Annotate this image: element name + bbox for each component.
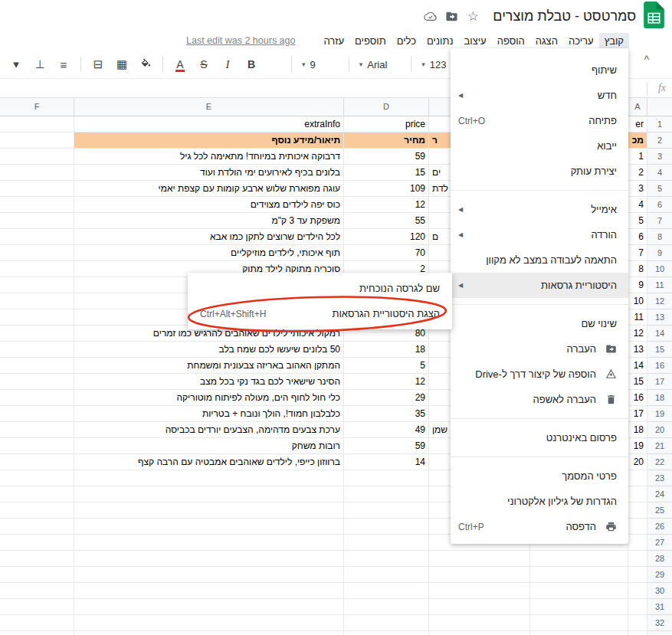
cell-C29[interactable] xyxy=(429,567,530,583)
cell-E18[interactable]: כלי חול לחוף הים, מעולה לפיתוח מוטוריקה xyxy=(74,390,344,406)
cloud-status-icon[interactable] xyxy=(419,10,441,23)
cell-F23[interactable] xyxy=(0,470,74,486)
cell-D16[interactable]: 5 xyxy=(344,358,429,374)
cell-E30[interactable] xyxy=(74,583,344,599)
cell-F27[interactable] xyxy=(0,535,74,551)
cell-F19[interactable] xyxy=(0,406,74,422)
cell-A28[interactable] xyxy=(628,551,647,567)
cell-F10[interactable] xyxy=(0,261,74,277)
row-header-10[interactable]: 10 xyxy=(647,261,672,277)
cell-D9[interactable]: 70 xyxy=(344,245,429,261)
cell-F28[interactable] xyxy=(0,551,74,567)
cell-F8[interactable] xyxy=(0,229,74,245)
file-menu-item[interactable]: העברה לאשפה xyxy=(451,387,628,412)
cell-A2[interactable]: מכ xyxy=(628,133,647,149)
merge-cells-icon[interactable]: ⊟ xyxy=(91,57,105,71)
cell-E28[interactable] xyxy=(74,551,344,567)
vertical-align-icon[interactable]: ⊥ xyxy=(33,57,47,71)
cell-F33[interactable] xyxy=(0,631,74,635)
row-header-33[interactable]: 33 xyxy=(647,631,672,635)
cell-D1[interactable]: price xyxy=(344,116,429,133)
corner-cell[interactable] xyxy=(647,98,672,116)
cell-D29[interactable] xyxy=(344,567,429,583)
row-header-17[interactable]: 17 xyxy=(647,374,672,390)
cell-D5[interactable]: 109 xyxy=(344,181,429,197)
cell-E21[interactable]: רובות משחק xyxy=(74,438,344,454)
file-menu-item[interactable]: הדפסהCtrl+P xyxy=(451,514,628,539)
file-menu-item[interactable]: חדש◀ xyxy=(451,83,628,108)
cell-A4[interactable]: 2 xyxy=(628,165,647,181)
cell-E15[interactable]: 50 בלונים שיעשו לכם שמח בלב xyxy=(74,342,344,358)
font-family-dropdown-icon[interactable]: ▾ xyxy=(359,61,363,68)
file-menu-item[interactable]: ייבוא xyxy=(451,133,628,159)
cell-A22[interactable]: 20 xyxy=(628,454,647,470)
row-header-18[interactable]: 18 xyxy=(647,390,672,406)
row-header-31[interactable]: 31 xyxy=(647,599,672,615)
cell-F21[interactable] xyxy=(0,438,74,454)
cell-A13[interactable]: 11 xyxy=(628,309,647,326)
row-header-21[interactable]: 21 xyxy=(647,438,672,454)
cell-A11[interactable]: 9 xyxy=(628,277,647,293)
file-menu-item[interactable]: פרסום באינטרנט xyxy=(451,425,628,450)
cell-A23[interactable] xyxy=(628,470,647,486)
file-menu-item[interactable]: אימייל◀ xyxy=(451,197,628,222)
cell-F15[interactable] xyxy=(0,342,74,358)
menubar-item[interactable]: כלים xyxy=(392,33,421,49)
cell-F9[interactable] xyxy=(0,245,74,261)
row-header-32[interactable]: 32 xyxy=(647,615,672,631)
cell-E5[interactable]: עוגה מפוארת שלוש ארבע קומות עם קצפת יאמי xyxy=(74,181,344,197)
cell-D15[interactable]: 18 xyxy=(344,342,429,358)
row-header-3[interactable]: 3 xyxy=(647,149,672,165)
cell-A12[interactable]: 10 xyxy=(628,293,647,309)
cell-A29[interactable] xyxy=(628,567,647,583)
cell-E23[interactable] xyxy=(74,470,344,486)
cell-E24[interactable] xyxy=(74,486,344,502)
cell-F29[interactable] xyxy=(0,567,74,583)
font-size-value[interactable]: 9 xyxy=(310,59,316,70)
cell-D6[interactable]: 12 xyxy=(344,197,429,213)
text-align-icon[interactable]: ≡ xyxy=(57,58,70,71)
row-header-5[interactable]: 5 xyxy=(647,181,672,197)
cell-E1[interactable]: extraInfo xyxy=(74,116,344,133)
row-header-12[interactable]: 12 xyxy=(647,293,672,309)
file-menu-item[interactable]: פתיחהCtrl+O xyxy=(451,108,628,133)
cell-F7[interactable] xyxy=(0,213,74,229)
row-header-30[interactable]: 30 xyxy=(647,583,672,599)
row-header-20[interactable]: 20 xyxy=(647,422,672,438)
cell-F32[interactable] xyxy=(0,615,74,631)
column-header-A[interactable]: A xyxy=(628,98,647,116)
borders-icon[interactable]: ▦ xyxy=(115,57,129,71)
move-folder-icon[interactable] xyxy=(441,10,462,23)
cell-E6[interactable]: כוס יפה לילדים מצוידים xyxy=(74,197,344,213)
cell-E19[interactable]: כלבלבון חמוד!, הולך ונובח + בטריות xyxy=(74,406,344,422)
file-menu-item[interactable]: הורדה◀ xyxy=(451,222,628,247)
cell-B33[interactable] xyxy=(530,631,628,635)
row-header-13[interactable]: 13 xyxy=(647,309,672,326)
cell-B29[interactable] xyxy=(530,567,628,583)
cell-A17[interactable]: 15 xyxy=(628,374,647,390)
cell-A26[interactable] xyxy=(628,519,647,535)
row-header-15[interactable]: 15 xyxy=(647,342,672,358)
bold-icon[interactable]: B xyxy=(244,58,258,70)
submenu-item[interactable]: הצגת היסטוריית הגרסאותCtrl+Alt+Shift+H xyxy=(188,301,452,326)
cell-A25[interactable] xyxy=(628,502,647,519)
cell-D27[interactable] xyxy=(344,535,429,551)
cell-F18[interactable] xyxy=(0,390,74,406)
cell-D33[interactable] xyxy=(344,631,429,635)
font-family-value[interactable]: Arial xyxy=(367,59,387,70)
row-header-7[interactable]: 7 xyxy=(647,213,672,229)
cell-D18[interactable]: 29 xyxy=(344,390,429,406)
cell-F1[interactable] xyxy=(0,116,74,133)
menubar-item[interactable]: תוספים xyxy=(349,33,392,49)
cell-F20[interactable] xyxy=(0,422,74,438)
cell-A5[interactable]: 3 xyxy=(628,181,647,197)
cell-A32[interactable] xyxy=(628,615,647,631)
menubar-item[interactable]: נתונים xyxy=(421,33,458,49)
row-header-14[interactable]: 14 xyxy=(647,326,672,342)
sheets-logo-icon[interactable] xyxy=(644,2,664,31)
star-icon[interactable]: ☆ xyxy=(462,8,484,25)
row-header-22[interactable]: 22 xyxy=(647,454,672,470)
row-header-6[interactable]: 6 xyxy=(647,197,672,213)
cell-E22[interactable]: ברווזון כייפי, לילדים שאוהבים אמבטיה עם … xyxy=(74,454,344,470)
menubar-item[interactable]: עריכה xyxy=(563,33,599,49)
